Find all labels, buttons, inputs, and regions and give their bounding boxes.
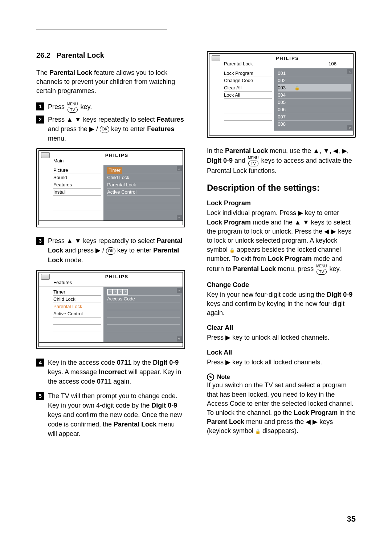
s4b: by the — [131, 359, 153, 366]
scroll-down-icon: ▿ — [177, 215, 182, 220]
osd-pl-left: Lock Program Change Code Clear All Lock … — [209, 68, 274, 131]
ria: In the — [207, 147, 225, 154]
osd-brand-2: PHILIPS — [53, 274, 180, 279]
tv-pill: TV — [68, 107, 78, 113]
tv-pill: TV — [248, 161, 258, 166]
nb: in the — [338, 409, 355, 416]
right-intro: In the Parental Lock menu, use the ▲, ▼,… — [207, 146, 356, 175]
menu-label: MENU — [67, 102, 78, 107]
osd-brand: PHILIPS — [53, 153, 180, 158]
ch-001: 001 — [278, 70, 294, 77]
s2c: key to enter — [109, 125, 147, 133]
s4f: again. — [111, 378, 131, 385]
menu-tv-key-icon: MENU TV — [248, 155, 258, 166]
osd-pl-ca: Clear All — [224, 84, 272, 92]
osd-f-cl: Child Lock — [53, 296, 101, 303]
osd-brand-3: PHILIPS — [224, 56, 351, 61]
osd-pl-cc: Change Code — [224, 77, 272, 84]
step-2-text: Press ▲ ▼ keys repeatedly to select Feat… — [48, 115, 185, 143]
lock-program-head: Lock Program — [207, 199, 356, 207]
step-number-1: 1 — [36, 102, 44, 110]
ccd: Digit 0-9 — [327, 291, 352, 298]
s2feat2: Features — [147, 125, 174, 133]
osd-pl-title: Parental Lock — [224, 61, 253, 66]
osd-features-right: ▵ **** Access Code ▿ — [103, 287, 183, 342]
step-3-text: Press ▲ ▼ keys repeatedly to select Pare… — [48, 236, 185, 264]
section-title: Parental Lock — [57, 51, 104, 59]
clear-all-head: Clear All — [207, 324, 356, 332]
rib: menu, use the ▲, ▼, ◀, ▶, — [268, 147, 349, 154]
header-rule — [36, 29, 167, 29]
ch-008: 008 — [278, 121, 294, 128]
osd-pl-la: Lock All — [224, 92, 272, 99]
step-1-text: Press MENU TV key. — [48, 102, 92, 113]
lock-icon — [294, 84, 300, 92]
osd-f-ac: Active Control — [53, 310, 101, 317]
description-heading: Description of the settings: — [207, 183, 356, 193]
tv-icon — [212, 55, 220, 61]
s3d: mode. — [63, 256, 83, 264]
ch-005: 005 — [278, 99, 294, 106]
lplpm2: Lock Program — [268, 255, 312, 262]
ok-key-icon: OK — [100, 126, 109, 133]
ch-006: 006 — [278, 106, 294, 113]
nlp: Lock Program — [294, 409, 338, 416]
osd-features-left: Timer Child Lock Parental Lock Active Co… — [39, 287, 103, 342]
right-column: PHILIPS Parental Lock 106 Lock Program C… — [207, 51, 356, 442]
scroll-up-icon: ▵ — [347, 69, 352, 74]
s4code2: 0711 — [97, 378, 111, 385]
two-column-layout: 26.2 Parental Lock The Parental Lock fea… — [36, 51, 356, 442]
s1b: key. — [80, 103, 92, 110]
menu-label: MENU — [248, 155, 258, 161]
osd-access-code: Access Code — [107, 296, 180, 303]
osd-features-menu: PHILIPS Features Timer Child Lock Parent… — [36, 270, 185, 349]
tv-icon — [41, 152, 50, 158]
cca: Key in your new four-digit code using th… — [207, 291, 327, 298]
note-icon: ✎ — [207, 373, 214, 381]
ok-key-icon-2: OK — [106, 247, 115, 255]
ch-007: 007 — [278, 113, 294, 121]
osd-main-picture: Picture — [53, 167, 101, 174]
lpe: menu, press — [276, 265, 315, 272]
intro-paragraph: The Parental Lock feature allows you to … — [36, 68, 185, 96]
s2d: menu. — [48, 135, 66, 142]
rid: Digit 0-9 — [207, 157, 233, 164]
osd-f-pl: Parental Lock — [53, 303, 101, 310]
section-heading: 26.2 Parental Lock — [36, 51, 185, 60]
step-2: 2 Press ▲ ▼ keys repeatedly to select Fe… — [36, 115, 185, 143]
lppl: Parental Lock — [233, 265, 276, 272]
s3c: key to enter — [115, 247, 153, 254]
left-column: 26.2 Parental Lock The Parental Lock fea… — [36, 51, 185, 442]
s2b: and press the ▶ / — [48, 125, 100, 133]
step-number-2: 2 — [36, 116, 44, 124]
osd-features-title: Features — [53, 280, 72, 285]
change-code-text: Key in your new four-digit code using th… — [207, 290, 356, 318]
osd-main-ac: Active Control — [107, 189, 180, 196]
s4d: Digit 0-9 — [153, 359, 179, 366]
nd: disappears). — [261, 427, 298, 434]
page-number: 35 — [347, 514, 356, 524]
osd-main-timer: Timer — [107, 167, 122, 174]
s2a: Press ▲ ▼ keys repeatedly to select — [48, 116, 157, 123]
s4code: 0711 — [117, 359, 131, 366]
tv-icon — [41, 274, 50, 280]
s5d: Digit 0-9 — [151, 402, 177, 409]
osd-pl-channel: 106 — [328, 61, 351, 66]
scroll-up-icon: ▵ — [177, 288, 182, 293]
menu-tv-key-icon: MENU TV — [316, 264, 327, 275]
step-number-5: 5 — [36, 392, 44, 400]
step-3: 3 Press ▲ ▼ keys repeatedly to select Pa… — [36, 236, 185, 264]
npl: Parent Lock — [207, 418, 244, 425]
change-code-head: Change Code — [207, 281, 356, 289]
note-label: Note — [217, 374, 230, 380]
lock-icon — [255, 427, 261, 434]
lpa: Lock individual program. Press ▶ key to … — [207, 209, 339, 217]
lplpm: Lock Program — [207, 219, 251, 226]
lpf: key. — [330, 265, 341, 272]
section-number: 26.2 — [36, 51, 50, 59]
step-4-text: Key in the access code 0711 by the Digit… — [48, 358, 185, 386]
lock-all-head: Lock All — [207, 349, 356, 356]
ccb: keys and confirm by keying in the new fo… — [207, 300, 344, 316]
osd-main-sound: Sound — [53, 174, 101, 181]
ric: and — [233, 157, 247, 164]
